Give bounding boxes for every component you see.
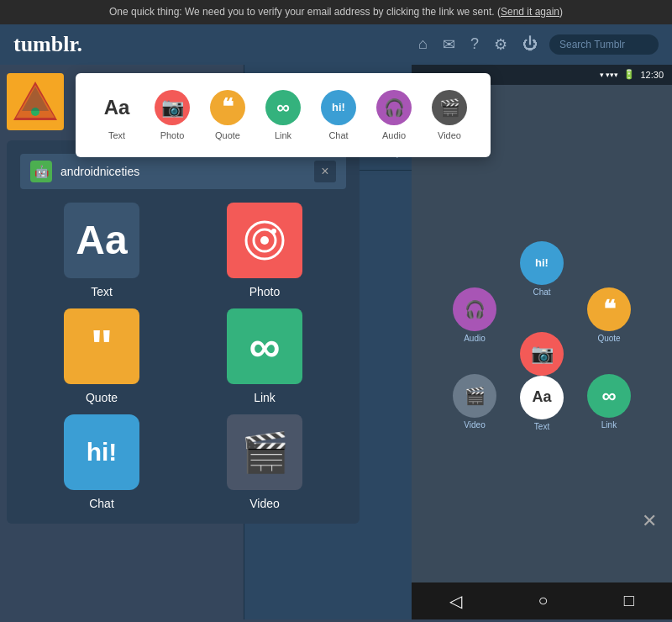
panel-chat-icon: hi! bbox=[64, 414, 139, 490]
radial-text-icon: Aa bbox=[520, 376, 564, 419]
home-icon[interactable]: ⌂ bbox=[418, 35, 428, 53]
panel-quote-item[interactable]: " Quote bbox=[27, 308, 176, 404]
content-area: Aa Text 📷 Photo ❝ Quote ∞ Link hi! Chat bbox=[0, 65, 672, 619]
quote-label: Quote bbox=[215, 130, 240, 140]
radial-link-label: Link bbox=[601, 420, 617, 430]
toolbar-video[interactable]: 🎬 Video bbox=[425, 87, 474, 144]
toolbar-audio[interactable]: 🎧 Audio bbox=[370, 87, 418, 144]
video-icon: 🎬 bbox=[432, 90, 467, 125]
post-panel: 🤖 androidniceties × Aa Text bbox=[7, 140, 360, 524]
recents-button[interactable]: □ bbox=[624, 591, 634, 610]
panel-video-icon: 🎬 bbox=[227, 414, 302, 490]
blog-avatar-container[interactable] bbox=[7, 73, 64, 130]
radial-photo-icon: 📷 bbox=[520, 332, 564, 376]
toolbar-link[interactable]: ∞ Link bbox=[259, 87, 307, 144]
panel-header: 🤖 androidniceties × bbox=[20, 154, 346, 189]
radial-audio-icon: 🎧 bbox=[453, 287, 496, 331]
toolbar-photo[interactable]: 📷 Photo bbox=[148, 87, 197, 144]
logo: tumblr. bbox=[13, 32, 82, 57]
radial-chat-label: Chat bbox=[533, 287, 550, 297]
notification-text: One quick thing: We need you to verify y… bbox=[109, 6, 501, 18]
panel-link-item[interactable]: ∞ Link bbox=[190, 308, 339, 404]
photo-label: Photo bbox=[160, 130, 185, 140]
text-label: Text bbox=[108, 130, 125, 140]
quote-icon: ❝ bbox=[210, 90, 245, 125]
video-label: Video bbox=[438, 130, 461, 140]
panel-quote-icon: " bbox=[64, 308, 139, 384]
toolbar-text[interactable]: Aa Text bbox=[92, 87, 141, 144]
text-icon: Aa bbox=[99, 90, 134, 125]
radial-video-icon: 🎬 bbox=[453, 374, 496, 418]
mail-icon[interactable]: ✉ bbox=[443, 35, 455, 54]
notification-bar: One quick thing: We need you to verify y… bbox=[0, 0, 672, 24]
link-label: Link bbox=[275, 130, 291, 140]
link-icon: ∞ bbox=[265, 90, 301, 125]
panel-text-icon: Aa bbox=[64, 203, 139, 278]
panel-photo-label: Photo bbox=[249, 285, 281, 298]
radial-quote-label: Quote bbox=[597, 334, 620, 343]
radial-quote-icon: ❝ bbox=[587, 287, 631, 331]
panel-blog-name: androidniceties bbox=[60, 165, 306, 178]
panel-photo-item[interactable]: Photo bbox=[190, 203, 339, 298]
radial-menu: hi! Chat 🎧 Audio ❝ Quote 📷 Photo bbox=[441, 233, 643, 435]
panel-video-label: Video bbox=[249, 497, 280, 510]
radial-text[interactable]: Aa Text bbox=[520, 376, 564, 431]
power-icon[interactable]: ⏻ bbox=[522, 35, 538, 53]
radial-link-icon: ∞ bbox=[587, 374, 631, 418]
panel-quote-label: Quote bbox=[86, 391, 118, 404]
toolbar-quote[interactable]: ❝ Quote bbox=[203, 87, 252, 144]
radial-quote[interactable]: ❝ Quote bbox=[587, 287, 631, 343]
radial-chat[interactable]: hi! Chat bbox=[520, 241, 564, 297]
radial-audio-label: Audio bbox=[464, 334, 486, 343]
avatar-graphic bbox=[7, 73, 64, 130]
nav-icons: ⌂ ✉ ? ⚙ ⏻ bbox=[418, 35, 538, 54]
chat-icon: hi! bbox=[321, 90, 356, 125]
main-header: tumblr. ⌂ ✉ ? ⚙ ⏻ bbox=[0, 24, 672, 65]
panel-photo-icon bbox=[227, 203, 302, 278]
panel-close-button[interactable]: × bbox=[314, 161, 336, 182]
home-button[interactable]: ○ bbox=[538, 591, 548, 610]
back-button[interactable]: ◁ bbox=[449, 591, 462, 611]
panel-link-icon: ∞ bbox=[227, 308, 302, 384]
audio-icon: 🎧 bbox=[376, 90, 412, 125]
signal-icon: ▾ ▾▾▾ bbox=[600, 71, 619, 79]
panel-avatar: 🤖 bbox=[30, 161, 52, 182]
audio-label: Audio bbox=[382, 130, 406, 140]
svg-point-8 bbox=[271, 229, 276, 234]
panel-link-label: Link bbox=[254, 391, 276, 404]
radial-audio[interactable]: 🎧 Audio bbox=[453, 287, 496, 343]
help-icon[interactable]: ? bbox=[470, 35, 479, 53]
search-input[interactable] bbox=[549, 34, 659, 55]
post-type-grid: Aa Text Photo bbox=[20, 203, 346, 510]
radial-chat-icon: hi! bbox=[520, 241, 564, 285]
blog-avatar bbox=[7, 73, 64, 130]
svg-point-7 bbox=[260, 236, 269, 245]
mobile-screen: hi! Chat 🎧 Audio ❝ Quote 📷 Photo bbox=[412, 85, 672, 582]
panel-chat-label: Chat bbox=[89, 497, 114, 510]
photo-svg bbox=[242, 218, 287, 263]
panel-chat-item[interactable]: hi! Chat bbox=[27, 414, 176, 510]
time-display: 12:30 bbox=[640, 70, 664, 80]
radial-link[interactable]: ∞ Link bbox=[587, 374, 631, 430]
main-area: Aa Text 📷 Photo ❝ Quote ∞ Link hi! Chat bbox=[0, 65, 244, 619]
chat-label: Chat bbox=[328, 130, 348, 140]
mobile-close-button[interactable]: ✕ bbox=[642, 510, 657, 532]
panel-text-item[interactable]: Aa Text bbox=[27, 203, 176, 298]
resend-link[interactable]: Send it again bbox=[501, 6, 559, 18]
photo-icon: 📷 bbox=[155, 90, 190, 125]
radial-video[interactable]: 🎬 Video bbox=[453, 374, 496, 430]
radial-text-label: Text bbox=[534, 422, 549, 431]
post-toolbar: Aa Text 📷 Photo ❝ Quote ∞ Link hi! Chat bbox=[76, 73, 491, 157]
radial-video-label: Video bbox=[464, 420, 485, 430]
panel-text-label: Text bbox=[91, 285, 113, 298]
toolbar-chat[interactable]: hi! Chat bbox=[314, 87, 363, 144]
battery-icon: 🔋 bbox=[623, 69, 635, 80]
mobile-bottom-bar: ◁ ○ □ bbox=[412, 582, 672, 619]
panel-video-item[interactable]: 🎬 Video bbox=[190, 414, 339, 510]
settings-icon[interactable]: ⚙ bbox=[494, 35, 507, 54]
